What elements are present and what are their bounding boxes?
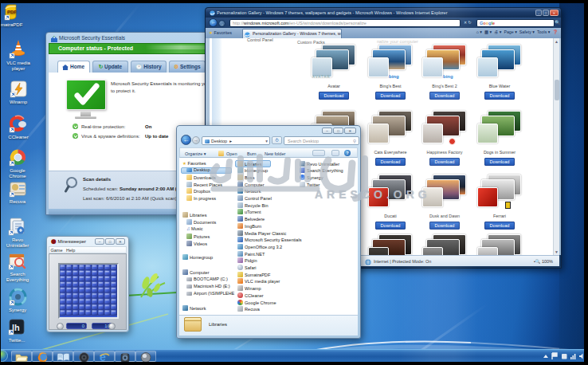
svg-text:PDF: PDF <box>7 10 17 14</box>
svg-text:e: e <box>100 351 106 363</box>
